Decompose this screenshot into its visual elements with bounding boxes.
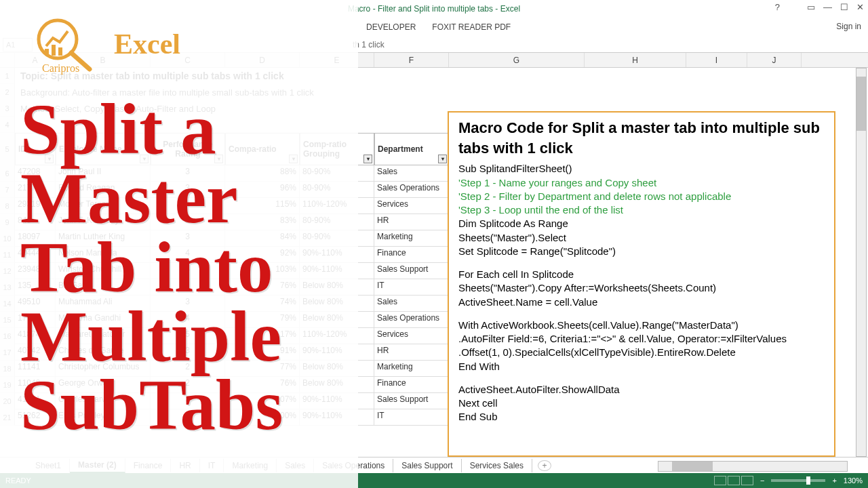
sheet-tab[interactable]: Sales Operations [314,459,393,472]
sheet-tab[interactable]: IT [200,459,224,472]
zoom-out-icon[interactable]: − [760,476,764,485]
tab-developer[interactable]: DEVELOPER [366,22,416,32]
filter-icon[interactable]: ▾ [214,155,223,163]
row-header[interactable]: 20 [0,393,15,409]
row-header[interactable]: 12 [0,263,15,279]
row-header[interactable]: 6 [0,165,15,182]
horizontal-scrollbar[interactable] [658,461,848,472]
help-icon[interactable]: ? [775,2,780,12]
name-box[interactable]: A1 [3,38,33,52]
row-headers: 123456789101112131415161718192021 [0,68,15,426]
row-header[interactable]: 8 [0,198,15,214]
filter-icon[interactable]: ▾ [45,155,54,163]
status-bar: READY − + 130% [0,473,868,488]
zoom-level: 130% [844,476,863,485]
row-header[interactable]: 16 [0,328,15,344]
row-header[interactable]: 21 [0,409,15,426]
title-bar: Macro - Filter and Split into multiple t… [0,0,868,18]
row-header[interactable]: 19 [0,377,15,393]
row-header[interactable]: 13 [0,279,15,296]
column-headers: ABCD E F G H I J [0,53,868,68]
zoom-in-icon[interactable]: + [832,476,836,485]
row-header[interactable]: 15 [0,312,15,328]
close-icon[interactable]: ✕ [856,2,864,12]
row-header[interactable]: 7 [0,182,15,198]
row-header[interactable]: 11 [0,247,15,263]
maximize-icon[interactable]: ☐ [840,2,848,12]
row-header[interactable]: 3 [0,100,15,117]
row-header[interactable]: 4 [0,117,15,133]
vertical-scrollbar[interactable] [856,68,867,457]
row-header[interactable]: 18 [0,361,15,377]
minimize-icon[interactable]: — [823,2,832,12]
sheet-tab[interactable]: Sales [277,459,314,472]
macro-code-textbox[interactable]: Macro Code for Split a master tab into m… [448,111,835,457]
sheet-tab[interactable]: Services Sales [462,459,532,472]
new-sheet-button[interactable]: + [538,460,551,471]
sheet-tab[interactable]: Master (2) [70,458,125,473]
row-header[interactable]: 14 [0,296,15,312]
sheet-tab[interactable]: HR [171,459,199,472]
view-buttons[interactable] [714,476,753,485]
row-header[interactable]: 5 [0,133,15,165]
sign-in-link[interactable]: Sign in [836,22,861,31]
row-header[interactable]: 9 [0,214,15,230]
sheet-tab[interactable]: Finance [125,459,172,472]
topic-cell: Topic: Split a master tab into multiple … [15,68,868,84]
filter-icon[interactable]: ▾ [363,155,372,163]
row-header[interactable]: 1 [0,68,15,84]
row-header[interactable]: 17 [0,344,15,361]
row-header[interactable]: 2 [0,84,15,100]
filter-icon[interactable]: ▾ [140,155,149,163]
ribbon-display-icon[interactable]: ▭ [807,2,815,12]
filter-icon[interactable]: ▾ [289,155,298,163]
zoom-slider[interactable] [771,479,825,482]
status-ready: READY [5,476,31,485]
formula-bar[interactable]: th 1 click [0,37,868,53]
ribbon-tabs: DEVELOPER FOXIT READER PDF [0,18,868,37]
tab-foxit[interactable]: FOXIT READER PDF [432,22,511,32]
sheet-tab[interactable]: Sheet1 [27,459,70,472]
sheet-tab[interactable]: Sales Support [393,459,461,472]
macro-title: Macro Code for Split a master tab into m… [458,118,825,158]
filter-icon[interactable]: ▾ [438,155,447,163]
background-cell: Background: Auto-filter a master file in… [15,84,868,100]
sheet-tab[interactable]: Marketing [224,459,277,472]
window-title: Macro - Filter and Split into multiple t… [348,4,520,14]
row-header[interactable]: 10 [0,230,15,247]
